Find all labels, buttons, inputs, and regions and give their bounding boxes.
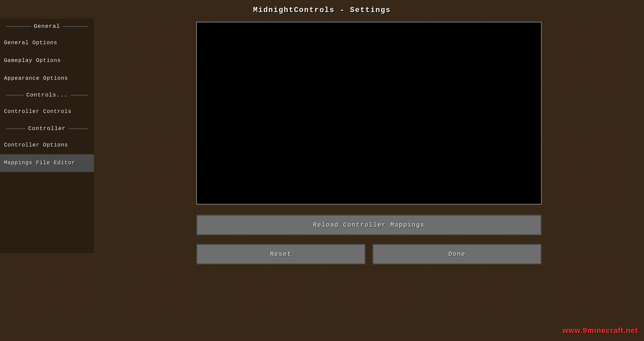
sidebar-item-general-options[interactable]: General Options <box>0 34 94 52</box>
mappings-editor-panel <box>196 22 542 205</box>
reload-controller-mappings-button[interactable]: Reload Controller Mappings <box>196 215 542 235</box>
bottom-buttons: Reset Done <box>196 244 542 265</box>
sidebar-item-appearance-options[interactable]: Appearance Options <box>0 70 94 88</box>
watermark: www.9minecraft.net <box>562 326 638 335</box>
sidebar: General General Options Gameplay Options… <box>0 18 94 253</box>
sidebar-section-controller: Controller <box>0 121 94 136</box>
sidebar-item-gameplay-options[interactable]: Gameplay Options <box>0 52 94 70</box>
sidebar-section-controls: Controls... <box>0 87 94 103</box>
sidebar-item-mappings-file-editor[interactable]: Mappings File Editor <box>0 154 94 172</box>
sidebar-item-controller-options[interactable]: Controller Options <box>0 136 94 154</box>
reset-button[interactable]: Reset <box>196 244 366 265</box>
sidebar-section-general: General <box>0 18 94 34</box>
content-area: Reload Controller Mappings Reset Done <box>94 18 644 271</box>
page-title: MidnightControls - Settings <box>253 0 391 18</box>
sidebar-item-controller-controls[interactable]: Controller Controls <box>0 103 94 121</box>
done-button[interactable]: Done <box>372 244 542 265</box>
